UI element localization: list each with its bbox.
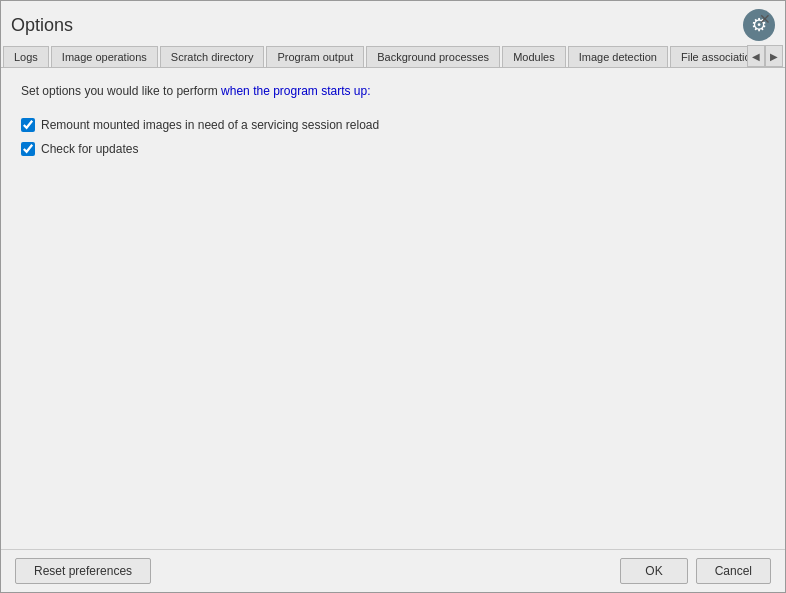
remount-checkbox[interactable] [21,118,35,132]
footer: Reset preferences OK Cancel [1,549,785,592]
ok-button[interactable]: OK [620,558,687,584]
tab-scratch-directory[interactable]: Scratch directory [160,46,265,67]
tab-file-associations[interactable]: File associations [670,46,747,67]
check-updates-checkbox[interactable] [21,142,35,156]
checkbox-updates-item: Check for updates [21,142,765,156]
tab-nav-left[interactable]: ◀ [747,45,765,67]
tab-nav-right[interactable]: ▶ [765,45,783,67]
tabs-container: Logs Image operations Scratch directory … [1,45,785,68]
check-updates-label: Check for updates [41,142,138,156]
window-title: Options [11,15,73,36]
cancel-button[interactable]: Cancel [696,558,771,584]
footer-right: OK Cancel [620,558,771,584]
description-text: Set options you would like to perform wh… [21,84,765,98]
tab-modules[interactable]: Modules [502,46,566,67]
checkbox-remount-item: Remount mounted images in need of a serv… [21,118,765,132]
tab-program-output[interactable]: Program output [266,46,364,67]
tab-image-operations[interactable]: Image operations [51,46,158,67]
reset-preferences-button[interactable]: Reset preferences [15,558,151,584]
title-bar-left: Options [11,15,73,36]
tab-image-detection[interactable]: Image detection [568,46,668,67]
options-window: Options ⚙ ✕ Logs Image operations Scratc… [0,0,786,593]
remount-label: Remount mounted images in need of a serv… [41,118,379,132]
title-bar: Options ⚙ ✕ [1,1,785,45]
tabs-list: Logs Image operations Scratch directory … [3,45,747,67]
tab-background-processes[interactable]: Background processes [366,46,500,67]
close-button[interactable]: ✕ [755,9,775,29]
tab-logs[interactable]: Logs [3,46,49,67]
description-highlight: when the program starts up: [221,84,370,98]
content-area: Set options you would like to perform wh… [1,68,785,549]
